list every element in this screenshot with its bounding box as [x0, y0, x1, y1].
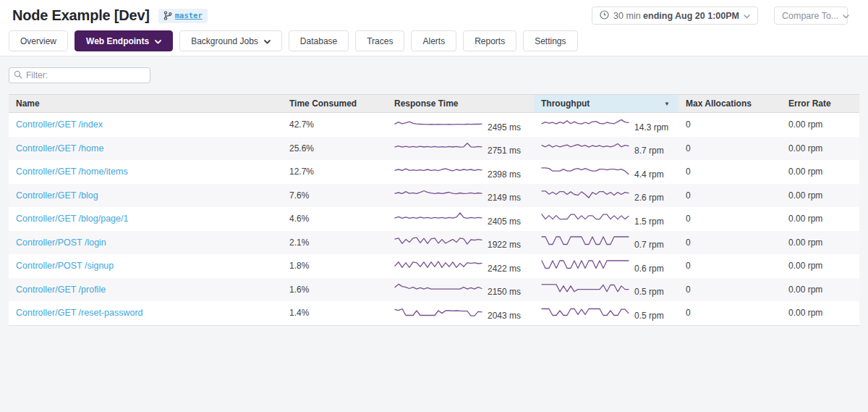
endpoints-table: Name Time Consumed Response Time Through…	[9, 94, 859, 326]
column-header-throughput[interactable]: Throughput ▼	[534, 95, 678, 112]
error-rate-value: 0.00 rpm	[781, 308, 859, 318]
time-consumed-value: 25.6%	[282, 143, 387, 154]
error-rate-value: 0.00 rpm	[781, 237, 859, 248]
response-time-value: 2149 ms	[488, 193, 521, 203]
time-consumed-value: 1.8%	[282, 261, 387, 271]
throughput-value: 1.5 rpm	[634, 216, 664, 227]
endpoint-link[interactable]: Controller/GET /index	[16, 119, 103, 130]
compare-to-dropdown[interactable]: Compare To...	[774, 7, 848, 25]
table-row: Controller/POST /signup 1.8% 2422 ms 0.6…	[9, 254, 859, 278]
column-header-max-allocations[interactable]: Max Allocations	[678, 95, 781, 112]
tab-traces[interactable]: Traces	[355, 30, 404, 51]
tab-reports[interactable]: Reports	[463, 30, 516, 51]
tab-label: Background Jobs	[191, 36, 258, 46]
endpoint-link[interactable]: Controller/GET /home/items	[16, 167, 128, 177]
column-header-response-time[interactable]: Response Time	[387, 95, 534, 112]
response-time-sparkline	[394, 114, 482, 130]
response-time-value: 2150 ms	[488, 287, 521, 297]
clock-icon	[600, 10, 609, 22]
tab-background-jobs[interactable]: Background Jobs	[179, 30, 282, 51]
search-icon	[14, 69, 22, 82]
throughput-value: 4.4 rpm	[634, 169, 664, 180]
max-allocations-value: 0	[678, 143, 781, 154]
endpoint-link[interactable]: Controller/GET /profile	[16, 285, 106, 295]
throughput-value: 0.6 rpm	[634, 264, 664, 274]
throughput-sparkline	[541, 256, 629, 272]
tab-settings[interactable]: Settings	[523, 30, 577, 51]
max-allocations-value: 0	[678, 190, 781, 201]
column-header-name[interactable]: Name	[9, 95, 282, 112]
throughput-sparkline	[541, 279, 629, 295]
throughput-value: 0.5 rpm	[634, 287, 664, 297]
throughput-value: 0.7 rpm	[634, 240, 664, 250]
max-allocations-value: 0	[678, 119, 781, 130]
table-row: Controller/GET /blog 7.6% 2149 ms 2.6 rp…	[9, 184, 859, 208]
time-consumed-value: 2.1%	[282, 237, 387, 248]
chevron-down-icon	[264, 36, 271, 46]
endpoint-link[interactable]: Controller/GET /reset-password	[16, 308, 143, 318]
max-allocations-value: 0	[678, 285, 781, 295]
tab-overview[interactable]: Overview	[9, 30, 68, 51]
response-time-value: 2495 ms	[488, 122, 521, 133]
throughput-sparkline	[541, 161, 629, 177]
tab-label: Alerts	[422, 36, 445, 46]
throughput-value: 0.5 rpm	[634, 311, 664, 321]
response-time-value: 2751 ms	[488, 146, 521, 156]
tab-alerts[interactable]: Alerts	[411, 30, 456, 51]
response-time-sparkline	[394, 161, 482, 177]
endpoint-link[interactable]: Controller/POST /signup	[16, 261, 114, 271]
response-time-value: 2422 ms	[488, 264, 521, 274]
endpoint-link[interactable]: Controller/GET /blog/page/1	[16, 214, 128, 224]
table-row: Controller/GET /index 42.7% 2495 ms 14.3…	[9, 113, 859, 137]
branch-badge[interactable]: master	[158, 9, 208, 23]
table-row: Controller/GET /profile 1.6% 2150 ms 0.5…	[9, 278, 859, 302]
max-allocations-value: 0	[678, 214, 781, 224]
throughput-sparkline	[541, 232, 629, 248]
throughput-value: 2.6 rpm	[634, 193, 664, 203]
response-time-sparkline	[394, 256, 482, 272]
time-consumed-value: 12.7%	[282, 167, 387, 177]
response-time-sparkline	[394, 232, 482, 248]
time-consumed-value: 7.6%	[282, 190, 387, 201]
filter-input[interactable]	[26, 70, 145, 80]
tab-label: Overview	[20, 36, 56, 46]
page-title: Node Example [Dev]	[12, 7, 150, 24]
content-area: Name Time Consumed Response Time Through…	[0, 56, 868, 326]
tab-label: Database	[300, 36, 337, 46]
tab-label: Reports	[475, 36, 505, 46]
tab-web-endpoints[interactable]: Web Endpoints	[75, 30, 173, 51]
time-range-picker[interactable]: 30 min ending Aug 20 1:00PM	[592, 7, 758, 25]
throughput-sparkline	[541, 209, 629, 224]
error-rate-value: 0.00 rpm	[781, 119, 859, 130]
throughput-value: 14.3 rpm	[634, 122, 668, 133]
error-rate-value: 0.00 rpm	[781, 261, 859, 271]
endpoint-link[interactable]: Controller/GET /blog	[16, 190, 98, 201]
response-time-value: 2398 ms	[488, 169, 521, 180]
filter-box	[9, 67, 150, 83]
throughput-sparkline	[541, 303, 629, 319]
top-controls: 30 min ending Aug 20 1:00PM Compare To..…	[592, 7, 848, 25]
sort-descending-icon: ▼	[664, 101, 670, 107]
column-header-time-consumed[interactable]: Time Consumed	[282, 95, 387, 112]
tab-database[interactable]: Database	[289, 30, 349, 51]
tab-bar: Overview Web Endpoints Background Jobs D…	[0, 24, 868, 51]
time-consumed-value: 4.6%	[282, 214, 387, 224]
app-header: Node Example [Dev] master	[0, 0, 868, 56]
error-rate-value: 0.00 rpm	[781, 285, 859, 295]
response-time-value: 2405 ms	[488, 216, 521, 227]
throughput-sparkline	[541, 114, 629, 130]
branch-link[interactable]: master	[175, 11, 203, 20]
max-allocations-value: 0	[678, 261, 781, 271]
table-row: Controller/GET /reset-password 1.4% 2043…	[9, 301, 859, 325]
compare-to-label: Compare To...	[782, 11, 838, 21]
apm-dashboard: Node Example [Dev] master	[0, 0, 868, 412]
table-row: Controller/GET /home/items 12.7% 2398 ms…	[9, 160, 859, 184]
endpoint-link[interactable]: Controller/GET /home	[16, 143, 103, 154]
column-header-error-rate[interactable]: Error Rate	[781, 95, 859, 112]
tab-label: Web Endpoints	[86, 36, 149, 46]
error-rate-value: 0.00 rpm	[781, 214, 859, 224]
throughput-sparkline	[541, 185, 629, 201]
response-time-sparkline	[394, 185, 482, 201]
response-time-value: 2043 ms	[488, 311, 521, 321]
endpoint-link[interactable]: Controller/POST /login	[16, 237, 106, 248]
